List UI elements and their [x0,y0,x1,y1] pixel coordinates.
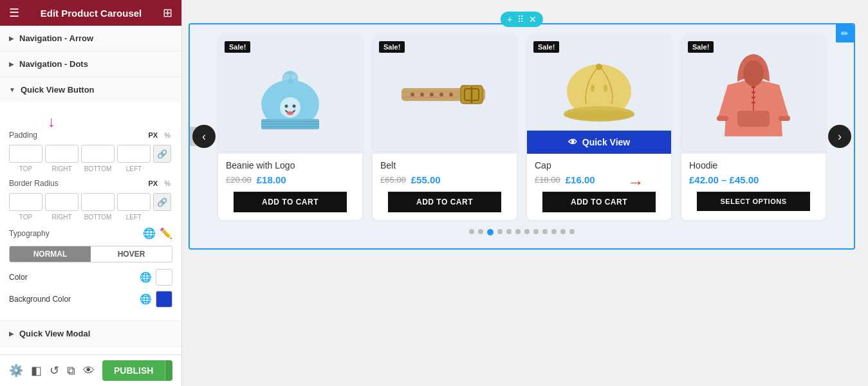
nav-arrow-section[interactable]: ▶ Navigation - Arrow [0,26,181,51]
padding-label: Padding [9,131,37,140]
padding-left-input[interactable] [117,145,151,163]
bg-globe-icon[interactable]: 🌐 [140,293,152,305]
add-to-cart-2[interactable]: ADD TO CART [388,192,501,212]
quick-view-modal-section[interactable]: ▶ Quick View Modal [0,321,181,347]
dot-6[interactable] [524,229,530,234]
carousel-next-button[interactable]: › [828,125,851,148]
dot-11[interactable] [569,229,575,234]
padding-bottom-input[interactable] [81,145,115,163]
padding-top-input[interactable] [9,145,42,163]
svg-point-14 [411,93,414,96]
product-info-2: Belt £65.00 £55.00 ADD TO CART [373,154,517,212]
bottom-label: BOTTOM [81,165,115,172]
border-tr-input[interactable] [45,193,78,211]
padding-right-input[interactable] [45,145,78,163]
svg-rect-37 [752,96,755,98]
layers-icon[interactable]: ◧ [31,363,42,378]
product-card-2: Sale! [373,35,517,220]
quick-view-section-header[interactable]: ▼ Quick View Button [0,77,181,102]
border-br-input[interactable] [81,193,115,211]
normal-state-btn[interactable]: NORMAL [10,246,91,262]
padding-link-icon[interactable]: 🔗 [153,145,171,163]
svg-point-29 [564,110,634,120]
dot-8[interactable] [542,229,548,234]
bg-color-label: Background Color [9,295,71,304]
color-swatch[interactable] [156,269,172,286]
nav-dots-chevron: ▶ [9,60,14,68]
dot-1[interactable] [478,229,483,234]
border-right-label: RIGHT [45,214,78,221]
dot-10[interactable] [560,229,566,234]
product-card-1: Sale! [218,35,362,220]
border-tl-input[interactable] [9,193,42,211]
quick-view-text: Quick View [582,137,630,147]
dot-9[interactable] [551,229,557,234]
padding-inputs: 🔗 [9,145,172,163]
svg-point-11 [293,104,296,107]
old-price-2: £65.00 [380,175,406,185]
price-range-4: £42.00 – £45.00 [689,174,759,185]
hover-state-btn[interactable]: HOVER [91,246,172,262]
border-left-label: LEFT [117,214,151,221]
belt-image [396,69,493,120]
left-arrow-icon: ‹ [202,130,206,143]
bg-color-swatch[interactable] [156,291,172,308]
carousel-prev-button[interactable]: ‹ [192,125,216,148]
globe-typography-icon[interactable]: 🌐 [143,227,156,239]
dot-7[interactable] [533,229,539,234]
dot-2-active[interactable] [487,229,494,235]
duplicate-icon[interactable]: ⧉ [67,364,75,378]
hamburger-icon[interactable]: ☰ [9,6,19,20]
dot-0[interactable] [469,229,474,234]
history-icon[interactable]: ↺ [50,363,59,378]
px-unit[interactable]: PX [147,131,160,140]
dot-5[interactable] [515,229,521,234]
color-label: Color [9,273,28,282]
publish-dropdown-button[interactable]: ▲ [165,360,172,381]
publish-button[interactable]: PUBLISH [102,360,165,381]
svg-point-27 [604,84,607,92]
nav-dots-section[interactable]: ▶ Navigation - Dots [0,51,181,77]
old-price-3: £18.00 [535,175,560,185]
color-row: Color 🌐 [9,269,172,286]
padding-unit-toggle: PX % [147,131,172,140]
typography-row: Typography 🌐 ✏️ [9,227,172,239]
edit-typography-icon[interactable]: ✏️ [160,227,172,239]
add-to-cart-3[interactable]: ADD TO CART [542,192,656,212]
state-toggle: NORMAL HOVER [9,246,172,262]
border-link-icon[interactable]: 🔗 [153,193,171,211]
svg-point-7 [291,74,297,79]
svg-point-15 [420,93,424,96]
cap-image [557,53,641,136]
sale-badge-2: Sale! [379,41,405,53]
svg-point-17 [439,93,443,96]
quick-view-overlay[interactable]: 👁 Quick View [527,131,671,154]
add-to-cart-1[interactable]: ADD TO CART [234,192,347,212]
border-bl-input[interactable] [117,193,151,211]
preview-icon[interactable]: 👁 [83,364,95,378]
border-radius-label: Border Radius [9,179,59,188]
close-float-icon[interactable]: ✕ [529,14,537,24]
color-globe-icon[interactable]: 🌐 [140,271,152,283]
product-info-3: Cap £18.00 £16.00 ADD TO CART [527,154,671,212]
svg-point-28 [591,84,595,92]
panel-header: ☰ Edit Product Carousel ⊞ [0,0,181,26]
bg-color-row: Background Color 🌐 [9,291,172,308]
percent-unit[interactable]: % [162,131,172,140]
move-icon[interactable]: ⠿ [517,14,524,24]
edit-corner-button[interactable]: ✏ [836,24,854,42]
nav-dots-label: Navigation - Dots [19,59,88,69]
red-arrow-indicator: ↓ [48,113,172,131]
nav-arrow-chevron: ▶ [9,35,14,42]
new-price-3: £16.00 [566,174,595,185]
product-info-1: Beanie with Logo £20.00 £18.00 ADD TO CA… [218,154,362,212]
right-label: RIGHT [45,165,78,172]
select-options-4[interactable]: SELECT OPTIONS [697,192,810,211]
dot-3[interactable] [497,229,503,234]
grid-icon[interactable]: ⊞ [163,6,172,20]
settings-icon[interactable]: ⚙️ [9,363,23,378]
border-px-unit[interactable]: PX [147,179,160,188]
add-icon[interactable]: + [507,14,512,24]
border-percent-unit[interactable]: % [162,179,172,188]
dot-4[interactable] [506,229,512,234]
